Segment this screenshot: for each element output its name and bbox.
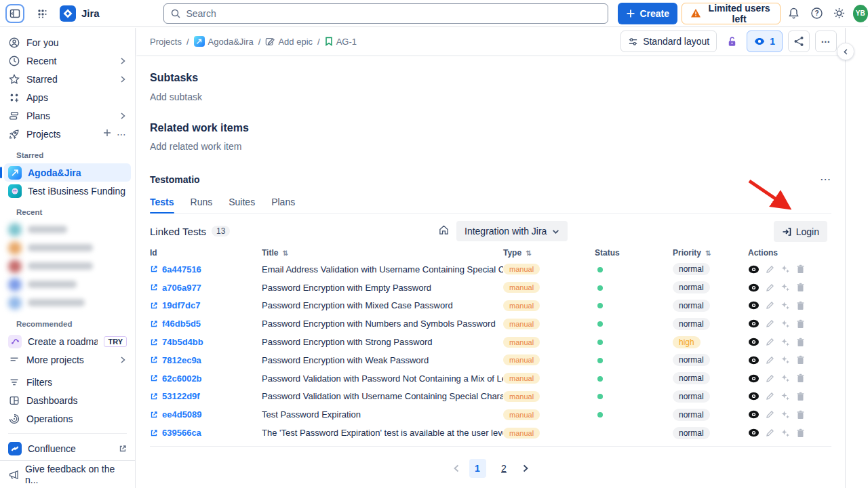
- breadcrumb-add-epic[interactable]: Add epic: [265, 37, 313, 47]
- edit-test-button[interactable]: [766, 301, 774, 310]
- tab-tests[interactable]: Tests: [150, 194, 174, 213]
- create-button[interactable]: Create: [618, 3, 677, 24]
- testomatio-more-icon[interactable]: ⋯: [820, 173, 831, 186]
- delete-test-button[interactable]: [796, 319, 805, 329]
- edit-test-button[interactable]: [766, 410, 774, 419]
- sidebar-item-apps[interactable]: Apps: [4, 88, 131, 106]
- test-id-link[interactable]: 62c6002b: [150, 373, 202, 384]
- delete-test-button[interactable]: [796, 373, 805, 383]
- test-id-link[interactable]: 53122d9f: [150, 391, 200, 401]
- sidebar-recent-project-blurred[interactable]: [4, 293, 131, 312]
- view-test-button[interactable]: [748, 410, 760, 419]
- sidebar-recent-project-blurred[interactable]: [4, 239, 131, 257]
- give-feedback-button[interactable]: Give feedback on the n...: [0, 460, 135, 488]
- sidebar-item-confluence[interactable]: Confluence: [4, 439, 131, 458]
- sidebar-item-for-you[interactable]: For you: [4, 33, 131, 52]
- sidebar-item-dashboards[interactable]: Dashboards: [4, 391, 131, 409]
- layout-button[interactable]: Standard layout: [620, 30, 717, 52]
- more-actions-button[interactable]: ⋯: [815, 30, 837, 52]
- add-project-icon[interactable]: [103, 129, 111, 140]
- edit-test-button[interactable]: [766, 356, 774, 365]
- home-icon[interactable]: [438, 224, 450, 236]
- sidebar-item-starred[interactable]: Starred: [4, 70, 131, 88]
- test-id-link[interactable]: 74b5d4bb: [150, 337, 203, 347]
- view-test-button[interactable]: [748, 338, 760, 346]
- breadcrumb-issue[interactable]: AG-1: [325, 37, 357, 47]
- test-id-link[interactable]: a706a977: [150, 283, 201, 293]
- tab-runs[interactable]: Runs: [191, 194, 213, 213]
- delete-test-button[interactable]: [796, 264, 805, 274]
- column-header-title[interactable]: Title ⇅: [262, 248, 503, 258]
- view-test-button[interactable]: [748, 356, 760, 365]
- view-test-button[interactable]: [748, 301, 760, 310]
- pagination-prev[interactable]: [453, 464, 460, 472]
- pagination-next[interactable]: [522, 464, 529, 472]
- add-related-item-button[interactable]: Add related work item: [150, 141, 241, 152]
- delete-test-button[interactable]: [796, 410, 805, 420]
- ai-action-button[interactable]: [781, 410, 790, 420]
- breadcrumb-project[interactable]: Agoda&Jira: [194, 36, 254, 47]
- help-button[interactable]: ?: [808, 3, 826, 24]
- ai-action-button[interactable]: [781, 355, 790, 365]
- sidebar-project-agoda-jira[interactable]: Agoda&Jira: [4, 163, 131, 182]
- delete-test-button[interactable]: [796, 301, 805, 310]
- edit-test-button[interactable]: [766, 374, 774, 383]
- sidebar-item-projects[interactable]: Projects ⋯: [4, 125, 131, 143]
- sidebar-item-operations[interactable]: Operations: [4, 409, 131, 428]
- delete-test-button[interactable]: [796, 283, 805, 292]
- settings-button[interactable]: [830, 3, 848, 24]
- login-button[interactable]: Login: [774, 221, 827, 242]
- test-id-link[interactable]: 6a447516: [150, 264, 201, 274]
- sidebar-item-filters[interactable]: Filters: [4, 373, 131, 391]
- ai-action-button[interactable]: [781, 301, 790, 310]
- test-id-link[interactable]: 7812ec9a: [150, 355, 201, 365]
- column-header-type[interactable]: Type ⇅: [503, 248, 595, 258]
- ai-action-button[interactable]: [781, 392, 790, 401]
- share-button[interactable]: [788, 30, 810, 52]
- tab-plans[interactable]: Plans: [271, 194, 295, 213]
- sidebar-recent-project-blurred[interactable]: [4, 220, 131, 239]
- test-id-link[interactable]: f46db5d5: [150, 319, 201, 329]
- edit-test-button[interactable]: [766, 428, 774, 437]
- pagination-page-1[interactable]: 1: [469, 459, 486, 478]
- tab-suites[interactable]: Suites: [229, 194, 255, 213]
- pagination-page-2[interactable]: 2: [496, 459, 513, 478]
- ai-action-button[interactable]: [781, 373, 790, 383]
- sidebar-item-recent[interactable]: Recent: [4, 52, 131, 70]
- branch-selector[interactable]: Integration with Jira: [456, 221, 568, 241]
- user-avatar[interactable]: YB: [853, 5, 868, 22]
- collapse-panel-button[interactable]: [837, 43, 854, 60]
- sidebar-recent-project-blurred[interactable]: [4, 257, 131, 275]
- view-test-button[interactable]: [748, 283, 760, 292]
- view-test-button[interactable]: [748, 428, 760, 437]
- sidebar-toggle-button[interactable]: [5, 4, 24, 23]
- column-header-priority[interactable]: Priority ⇅: [673, 248, 748, 258]
- watchers-button[interactable]: 1: [747, 30, 783, 52]
- view-test-button[interactable]: [748, 374, 760, 383]
- projects-more-icon[interactable]: ⋯: [117, 129, 127, 140]
- edit-test-button[interactable]: [766, 265, 774, 274]
- sidebar-item-create-roadmap[interactable]: Create a roadmap TRY: [4, 332, 131, 350]
- edit-test-button[interactable]: [766, 392, 774, 401]
- ai-action-button[interactable]: [781, 264, 790, 274]
- delete-test-button[interactable]: [796, 338, 805, 347]
- sidebar-recent-project-blurred[interactable]: [4, 275, 131, 293]
- ai-action-button[interactable]: [781, 428, 790, 438]
- delete-test-button[interactable]: [796, 355, 805, 365]
- sidebar-item-more-projects[interactable]: More projects: [4, 350, 131, 369]
- delete-test-button[interactable]: [796, 392, 805, 401]
- add-subtask-button[interactable]: Add subtask: [150, 92, 202, 102]
- notifications-button[interactable]: [785, 3, 803, 24]
- view-test-button[interactable]: [748, 265, 760, 274]
- search-input[interactable]: [163, 3, 608, 24]
- test-id-link[interactable]: 639566ca: [150, 428, 201, 438]
- ai-action-button[interactable]: [781, 319, 790, 329]
- edit-test-button[interactable]: [766, 319, 774, 328]
- edit-test-button[interactable]: [766, 338, 774, 346]
- jira-home-link[interactable]: Jira: [60, 5, 100, 22]
- view-test-button[interactable]: [748, 319, 760, 328]
- sidebar-project-test-ibusiness[interactable]: Test iBusiness Funding: [4, 182, 131, 200]
- ai-action-button[interactable]: [781, 338, 790, 347]
- sidebar-item-plans[interactable]: Plans: [4, 106, 131, 125]
- unlock-button[interactable]: [722, 30, 741, 52]
